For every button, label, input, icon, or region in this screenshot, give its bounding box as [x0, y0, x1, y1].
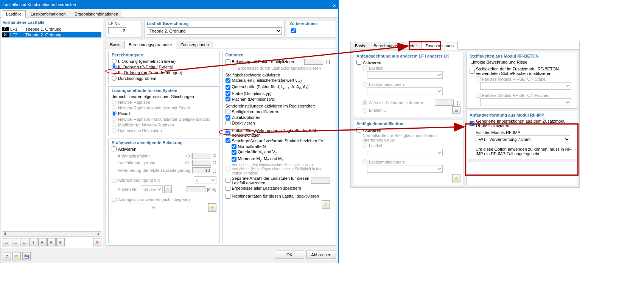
tab-ergebniskombinationen[interactable]: Ergebniskombinationen [70, 10, 122, 17]
check-label: Generierte Imperfektionen aus dem Zusatz… [476, 119, 574, 128]
steifmod-check[interactable] [226, 109, 230, 114]
knoten-select: Beliebig [141, 185, 163, 193]
anfverf-gen-check[interactable] [470, 121, 474, 126]
tab-lastkombinationen[interactable]: Lastkombinationen [26, 10, 70, 17]
close-icon[interactable]: ✕ [333, 2, 336, 10]
separate-check[interactable] [226, 178, 230, 183]
lightning-icon[interactable]: ⚡ [322, 200, 330, 209]
bezeichnung-label: Lastfall-Bezeichnung [147, 21, 282, 26]
help-icon[interactable]: ? [3, 252, 11, 260]
anfverf-select[interactable]: FA1 - Vorverformung 7,5mm [476, 136, 570, 143]
knoten-label: Knoten Nr.: [118, 187, 138, 192]
zusatz-check[interactable] [226, 115, 230, 120]
normal-check[interactable] [232, 144, 236, 149]
toolbar-button-1[interactable]: ▭ [2, 238, 10, 246]
subtab-berechnungsparameter-r[interactable]: Berechnungsparameter [369, 42, 421, 49]
cancel-button[interactable]: Abbrechen [306, 251, 336, 259]
check-label: Versuchen, den kinematischen Mechanismus… [232, 163, 330, 175]
check-label: Flächen (Definitionstyp) [232, 97, 276, 101]
toolbar-button-2[interactable]: ▭ [11, 238, 19, 246]
radio-ordnung-3[interactable] [112, 70, 117, 75]
ok-button[interactable]: OK [275, 251, 304, 259]
radio-ordnung-1[interactable] [112, 59, 117, 64]
lfnr-input[interactable] [108, 27, 126, 34]
staebe-check[interactable] [226, 91, 230, 96]
toolbar-button-5[interactable]: ≡ [38, 238, 47, 246]
bezeichnung-select[interactable]: Theorie 2. Ordnung [147, 27, 282, 35]
querschnitte-check[interactable] [226, 85, 230, 90]
radio-durchschlag[interactable] [112, 76, 117, 81]
schnitt-check[interactable] [226, 138, 230, 143]
steifmod-lastfall-select [367, 149, 443, 156]
lf-list[interactable]: G LF1 Theorie 1. Ordnung G LF2 Theorie 2… [2, 26, 101, 230]
dk-label: Δk : [185, 160, 192, 165]
delete-button[interactable]: ✕ [93, 238, 101, 246]
horizontal-scrollbar[interactable] [2, 231, 101, 237]
radio-label: Einzeln... [369, 108, 386, 112]
steifmod-aktivieren[interactable] [356, 128, 361, 132]
radio-label: Modifizierter Newton-Raphson [118, 123, 174, 127]
check-label: Fall des Moduls RF-BETON Stäbe: [482, 77, 547, 81]
check-label: Querschnitte (Faktor für J, Iy, Iz, A, A… [232, 84, 309, 90]
optionen-title: Optionen [226, 53, 330, 57]
anfdehn-lastfall-radio [362, 65, 367, 70]
lightning-icon[interactable]: ⚡ [208, 203, 216, 212]
subtab-berechnungsparameter[interactable]: Berechnungsparameter [124, 41, 176, 48]
window-titlebar: Lastfälle und Kombinationen bearbeiten ✕ [0, 0, 338, 9]
zuberechnen-check[interactable] [291, 28, 296, 33]
radio-label: Newton-Raphson kombiniert mit Picard [118, 106, 190, 110]
radio-ordnung-2[interactable] [112, 64, 117, 69]
list-item[interactable]: G LF2 Theorie 2. Ordnung [2, 32, 101, 37]
entlastende-check[interactable] [226, 131, 230, 136]
radio-label: I. Ordnung (geometrisch linear) [118, 59, 176, 64]
lightning-icon[interactable]: ⚡ [452, 174, 460, 182]
lf-name: Theorie 1. Ordnung [24, 27, 101, 31]
radio-picard[interactable] [112, 111, 117, 116]
radio-nrks [112, 117, 117, 122]
steifmod-normal: Normalkräfte zur Steifigkeitsmodifikatio… [362, 133, 460, 142]
toolbar-button-7[interactable]: ≡ [56, 238, 65, 246]
anfdehn-lastfall-select [367, 71, 443, 79]
abbruch-select: u [194, 176, 216, 184]
nichtlin-check[interactable] [226, 194, 230, 199]
anfdehn-aktivieren[interactable] [356, 60, 361, 65]
lf-name: Theorie 2. Ordnung [24, 33, 101, 37]
ergebnisse-all-check[interactable] [226, 186, 230, 191]
radio-label: III. Ordnung (große Verformungen) [118, 70, 182, 75]
momente-check[interactable] [232, 157, 236, 162]
knoten-value [187, 186, 205, 192]
subtab-zusatzoptionen[interactable]: Zusatzoptionen [176, 41, 213, 48]
check-label: Anfangslast anwenden (nicht steigend): [118, 197, 191, 202]
steif-header: Steifigkeitsbeiwerte aktivieren [226, 73, 330, 77]
subtab-basis[interactable]: Basis [106, 41, 124, 48]
berechnungsart-title: Berechnungsart [112, 53, 216, 57]
toolbar-button-6[interactable]: ≡ [47, 238, 56, 246]
stufen-aktivieren[interactable] [112, 146, 117, 151]
steifbeton-check[interactable] [470, 69, 474, 74]
anfangslast-check [112, 197, 117, 202]
main-tabs: Lastfälle Lastkombinationen Ergebniskomb… [0, 9, 338, 18]
subtab-zusatzoptionen-r[interactable]: Zusatzoptionen [421, 42, 458, 50]
belastung-check[interactable] [226, 59, 230, 64]
save-icon[interactable]: 💾 [22, 252, 31, 260]
toolbar-button-4[interactable]: ⇪ [29, 238, 37, 246]
toolbar-button-3[interactable]: ▭ [20, 238, 28, 246]
materialien-check[interactable] [226, 78, 230, 83]
radio-label: Newton-Raphson [118, 100, 150, 104]
check-label: Normalkräfte N [238, 144, 266, 149]
list-item[interactable]: G LF1 Theorie 1. Ordnung [2, 26, 101, 32]
check-label: Ergebnisse aller Laststufen speichern [232, 186, 301, 190]
radio-dr [112, 128, 117, 133]
radio-label: II. Ordnung (P-Delta / P-delta) [118, 65, 173, 69]
open-icon[interactable]: 📂 [12, 252, 21, 260]
quer-check[interactable] [232, 150, 236, 155]
deaktivieren-check[interactable] [226, 120, 230, 125]
anfdehn-title: Anfangsdehnung aus anderem LF / anderer … [356, 54, 460, 58]
tab-lastfaelle[interactable]: Lastfälle [2, 10, 26, 18]
zuberechnen-label: Zu berechnen [289, 21, 333, 26]
anfverf-fall-label: Fall des Moduls RF-IMP: [476, 130, 574, 135]
subtab-basis-r[interactable]: Basis [351, 42, 369, 49]
flaechen-check[interactable] [226, 97, 230, 101]
check-label: Steifigkeiten modifizieren [232, 109, 278, 114]
steifmod-lastfall-radio [362, 143, 367, 148]
